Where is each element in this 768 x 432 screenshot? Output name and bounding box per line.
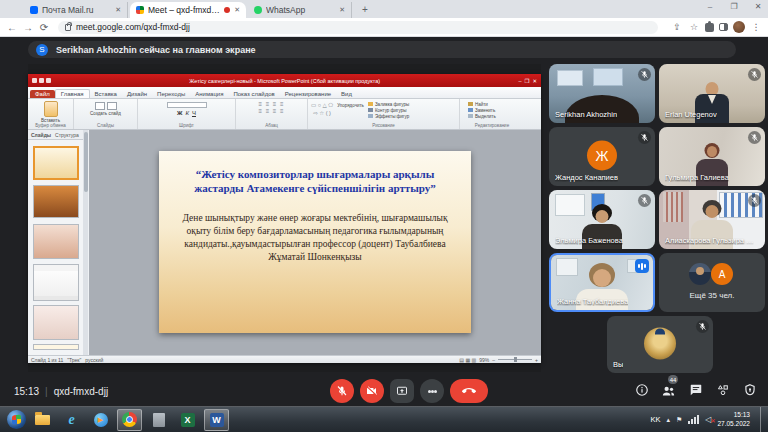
mic-toggle-button[interactable] xyxy=(330,379,354,403)
shape-fill-button[interactable]: Заливка фигуры xyxy=(375,102,409,107)
ppt-restore-button[interactable]: ❐ xyxy=(524,78,529,84)
window-close-button[interactable]: ✕ xyxy=(748,0,768,14)
zoom-slider[interactable] xyxy=(498,359,532,360)
layout-icon[interactable] xyxy=(107,102,117,110)
ribbon-tab-view[interactable]: Вид xyxy=(336,90,357,98)
address-bar[interactable]: meet.google.com/qxd-fmxd-djj xyxy=(58,21,658,34)
volume-muted-icon[interactable]: ◁✕ xyxy=(705,415,711,424)
participant-tile[interactable]: Serikhan Akhozhin xyxy=(549,64,655,123)
replace-button[interactable]: Заменить xyxy=(475,108,495,113)
ribbon-tab-design[interactable]: Дизайн xyxy=(122,90,152,98)
participant-tile-speaking[interactable]: Жанна Таубалдиева xyxy=(549,253,655,312)
ribbon-tab-file[interactable]: Файл xyxy=(30,90,55,98)
start-button[interactable] xyxy=(7,410,26,429)
ppt-close-button[interactable]: ✕ xyxy=(532,78,537,84)
select-button[interactable]: Выделить xyxy=(475,114,496,119)
browser-menu-icon[interactable]: ⋮ xyxy=(750,22,762,32)
ppt-minimize-button[interactable]: – xyxy=(518,78,521,84)
close-icon[interactable]: ✕ xyxy=(339,6,345,14)
language-indicator[interactable]: KK xyxy=(650,415,660,424)
participant-tile[interactable]: Erlan Utegenov xyxy=(659,64,765,123)
bookmark-star-icon[interactable]: ☆ xyxy=(688,22,700,32)
show-desktop-button[interactable] xyxy=(760,407,764,432)
bold-button[interactable]: Ж xyxy=(177,110,182,116)
forward-icon[interactable]: → xyxy=(20,22,36,33)
shape-effects-button[interactable]: Эффекты фигур xyxy=(375,114,409,119)
close-icon[interactable]: ✕ xyxy=(234,6,240,14)
host-controls-button[interactable] xyxy=(741,378,758,402)
slide-thumbnail-2[interactable] xyxy=(33,185,79,218)
ribbon-tab-transitions[interactable]: Переходы xyxy=(152,90,190,98)
action-center-flag-icon[interactable]: ⚑ xyxy=(676,416,682,424)
list-buttons[interactable]: ≡ ≡ ≡ ≡ xyxy=(236,108,307,115)
close-icon[interactable]: ✕ xyxy=(115,6,121,14)
paste-button[interactable] xyxy=(44,101,58,117)
align-buttons[interactable]: ≡ ≡ ≡ ≡ xyxy=(236,101,307,108)
overflow-tile[interactable]: A Ещё 35 чел. xyxy=(659,253,765,312)
participant-tile[interactable]: Алиаскарова Гульзира … xyxy=(659,190,765,249)
tray-hidden-icons-arrow[interactable]: ▴ xyxy=(667,416,671,424)
taskbar-explorer[interactable] xyxy=(30,409,55,431)
activities-button[interactable] xyxy=(714,378,731,402)
slide-thumbnail-6[interactable] xyxy=(33,344,79,350)
taskbar-ie[interactable]: e xyxy=(59,409,84,431)
ribbon-tab-slideshow[interactable]: Показ слайдов xyxy=(228,90,279,98)
pane-tab-slides[interactable]: Слайды xyxy=(31,132,51,138)
end-call-button[interactable] xyxy=(450,379,488,403)
new-slide-icon[interactable] xyxy=(95,102,105,110)
taskbar-word[interactable]: W xyxy=(204,409,229,431)
side-panel-icon[interactable] xyxy=(719,23,728,31)
shape-outline-button[interactable]: Контур фигуры xyxy=(375,108,406,113)
taskbar-excel[interactable]: X xyxy=(175,409,200,431)
slide-thumbnail-1[interactable] xyxy=(33,146,79,180)
present-button[interactable] xyxy=(390,379,414,403)
participant-avatar: Ж xyxy=(587,140,617,170)
slide-thumbnail-3[interactable] xyxy=(33,224,79,259)
more-options-button[interactable] xyxy=(420,379,444,403)
network-icon[interactable] xyxy=(688,415,699,424)
share-icon[interactable]: ⇪ xyxy=(671,22,683,32)
tab-meet[interactable]: Meet – qxd-fmxd-dj ✕ xyxy=(130,2,246,18)
window-minimize-button[interactable]: – xyxy=(700,0,720,14)
underline-button[interactable]: Ч xyxy=(192,110,196,116)
italic-button[interactable]: К xyxy=(185,110,189,116)
meeting-details-button[interactable] xyxy=(633,378,650,402)
zoom-in-button[interactable]: + xyxy=(535,357,538,363)
pane-scrollbar[interactable] xyxy=(83,130,88,355)
shapes-gallery-row2[interactable]: ⇨ ☆ ( ) xyxy=(311,109,333,117)
slide-thumbnail-5[interactable] xyxy=(33,305,79,340)
shapes-gallery[interactable]: ▭ ○ △ ⬠ xyxy=(311,101,333,109)
zoom-out-button[interactable]: – xyxy=(492,357,495,363)
people-button[interactable]: 44 xyxy=(660,378,677,402)
tab-mailru[interactable]: Почта Mail.ru ✕ xyxy=(24,2,128,18)
chat-button[interactable] xyxy=(687,378,704,402)
new-tab-button[interactable]: + xyxy=(358,3,372,17)
ribbon-tab-animation[interactable]: Анимация xyxy=(190,90,228,98)
ribbon-tab-insert[interactable]: Вставка xyxy=(90,90,122,98)
window-restore-button[interactable]: ❐ xyxy=(724,0,744,14)
camera-toggle-button[interactable] xyxy=(360,379,384,403)
tab-whatsapp[interactable]: WhatsApp ✕ xyxy=(248,2,352,18)
slide-thumbnail-4[interactable] xyxy=(33,264,79,301)
zoom-level: 99% xyxy=(479,357,489,363)
self-tile[interactable]: Вы xyxy=(607,316,713,373)
find-button[interactable]: Найти xyxy=(475,102,488,107)
participant-tile[interactable]: Гульмира Галиева xyxy=(659,127,765,186)
pane-tab-outline[interactable]: Структура xyxy=(55,132,79,138)
taskbar-chrome[interactable] xyxy=(117,409,142,431)
taskbar-computer[interactable] xyxy=(146,409,171,431)
taskbar-media-player[interactable]: ▶ xyxy=(88,409,113,431)
view-mode-buttons[interactable]: ▤ ▦ ▥ xyxy=(459,357,476,363)
profile-avatar[interactable] xyxy=(733,21,745,33)
font-name-box[interactable] xyxy=(167,102,207,108)
participant-tile[interactable]: Эльмира Баженова xyxy=(549,190,655,249)
extensions-icon[interactable] xyxy=(705,23,714,32)
back-icon[interactable]: ← xyxy=(4,22,20,33)
reload-icon[interactable]: ⟳ xyxy=(36,22,52,33)
participant-tile[interactable]: Ж Жандос Канапиев xyxy=(549,127,655,186)
ribbon-tab-review[interactable]: Рецензирование xyxy=(280,90,336,98)
quick-access-toolbar[interactable] xyxy=(32,78,51,83)
ribbon-tab-home[interactable]: Главная xyxy=(55,89,90,98)
taskbar-clock[interactable]: 15:13 27.05.2022 xyxy=(717,411,750,428)
arrange-button[interactable]: Упорядочить xyxy=(337,103,364,109)
